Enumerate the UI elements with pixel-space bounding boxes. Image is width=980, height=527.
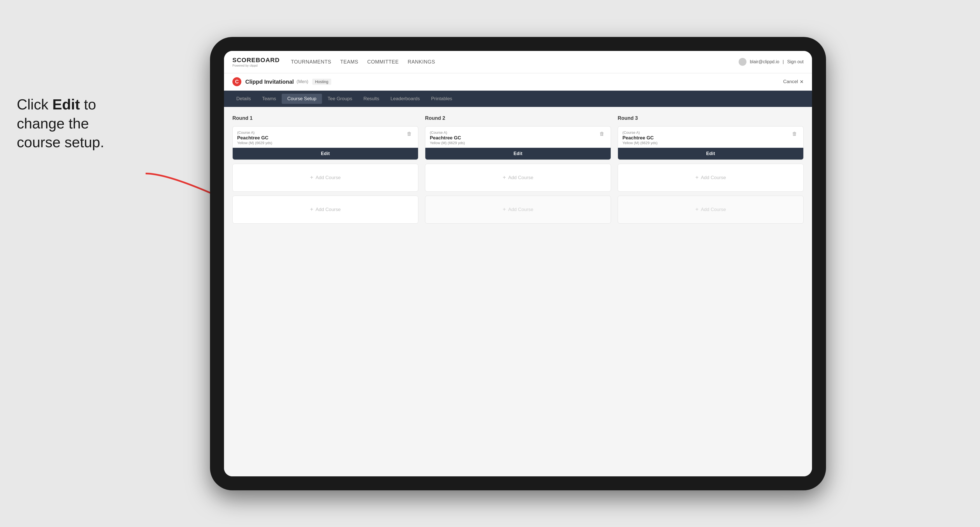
round-3-course-card: (Course A) Peachtree GC Yellow (M) (6629…	[618, 126, 803, 160]
tournament-name: Clippd Invitational	[245, 79, 294, 85]
separator: |	[783, 59, 784, 64]
tournament-logo: C	[232, 77, 241, 86]
nav-right: blair@clippd.io | Sign out	[739, 58, 803, 66]
course-label: (Course A)	[622, 130, 791, 135]
instruction-bold: Edit	[52, 96, 80, 113]
add-course-card-r2-2: + Add Course	[425, 196, 611, 224]
course-detail: Yellow (M) (6629 yds)	[622, 141, 791, 145]
logo-sub: Powered by clippd	[232, 64, 280, 67]
add-course-card-r3-1[interactable]: + Add Course	[618, 164, 803, 192]
logo-text: SCOREBOARD	[232, 57, 280, 64]
tablet-screen: SCOREBOARD Powered by clippd TOURNAMENTS…	[224, 51, 812, 476]
delete-course-icon[interactable]: 🗑	[791, 130, 799, 137]
delete-course-icon[interactable]: 🗑	[405, 130, 414, 137]
tab-course-setup[interactable]: Course Setup	[282, 94, 322, 104]
user-avatar	[739, 58, 746, 66]
add-course-label: Add Course	[701, 207, 726, 213]
tab-details[interactable]: Details	[231, 94, 256, 104]
tab-printables[interactable]: Printables	[426, 94, 458, 104]
course-info: (Course A) Peachtree GC Yellow (M) (6629…	[430, 130, 598, 145]
delete-course-icon[interactable]: 🗑	[598, 130, 606, 137]
round-2-column: Round 2 (Course A) Peachtree GC Yellow (…	[425, 115, 611, 224]
edit-course-button-r1[interactable]: Edit	[233, 148, 418, 160]
top-navigation: SCOREBOARD Powered by clippd TOURNAMENTS…	[224, 51, 812, 73]
add-course-label: Add Course	[315, 207, 341, 213]
course-name: Peachtree GC	[430, 135, 598, 141]
course-detail: Yellow (M) (6629 yds)	[237, 141, 405, 145]
main-content: Round 1 (Course A) Peachtree GC Yellow (…	[224, 107, 812, 476]
round-1-course-card: (Course A) Peachtree GC Yellow (M) (6629…	[232, 126, 418, 160]
course-info: (Course A) Peachtree GC Yellow (M) (6629…	[237, 130, 405, 145]
add-course-card-r2-1[interactable]: + Add Course	[425, 164, 611, 192]
edit-course-button-r3[interactable]: Edit	[618, 148, 803, 160]
plus-icon: +	[310, 175, 313, 181]
tournament-gender: (Men)	[296, 79, 308, 84]
course-card-header: (Course A) Peachtree GC Yellow (M) (6629…	[425, 127, 611, 148]
nav-tournaments[interactable]: TOURNAMENTS	[291, 58, 331, 66]
add-course-label: Add Course	[315, 175, 341, 181]
nav-committee[interactable]: COMMITTEE	[368, 58, 399, 66]
hosting-badge: Hosting	[312, 79, 331, 85]
cancel-icon: ✕	[800, 79, 803, 85]
add-course-card-r3-2: + Add Course	[618, 196, 803, 224]
course-card-header: (Course A) Peachtree GC Yellow (M) (6629…	[233, 127, 418, 148]
plus-icon: +	[310, 206, 313, 213]
course-info: (Course A) Peachtree GC Yellow (M) (6629…	[622, 130, 791, 145]
add-course-label: Add Course	[508, 207, 533, 213]
add-course-label: Add Course	[508, 175, 533, 181]
plus-icon: +	[695, 175, 698, 181]
tab-teams[interactable]: Teams	[256, 94, 282, 104]
plus-icon: +	[695, 206, 698, 213]
logo: SCOREBOARD Powered by clippd	[232, 57, 280, 67]
plus-icon: +	[503, 175, 506, 181]
nav-rankings[interactable]: RANKINGS	[408, 58, 435, 66]
round-2-course-card: (Course A) Peachtree GC Yellow (M) (6629…	[425, 126, 611, 160]
course-detail: Yellow (M) (6629 yds)	[430, 141, 598, 145]
course-name: Peachtree GC	[237, 135, 405, 141]
course-card-header: (Course A) Peachtree GC Yellow (M) (6629…	[618, 127, 803, 148]
add-course-card-r1-2[interactable]: + Add Course	[232, 196, 418, 224]
tournament-bar: C Clippd Invitational (Men) Hosting Canc…	[224, 73, 812, 90]
rounds-grid: Round 1 (Course A) Peachtree GC Yellow (…	[232, 115, 803, 224]
round-1-label: Round 1	[232, 115, 418, 121]
edit-course-button-r2[interactable]: Edit	[425, 148, 611, 160]
user-email: blair@clippd.io	[750, 59, 779, 64]
cancel-button[interactable]: Cancel ✕	[783, 79, 803, 85]
round-3-column: Round 3 (Course A) Peachtree GC Yellow (…	[618, 115, 803, 224]
sign-out-link[interactable]: Sign out	[787, 59, 803, 64]
round-3-label: Round 3	[618, 115, 803, 121]
tablet-device: SCOREBOARD Powered by clippd TOURNAMENTS…	[210, 37, 826, 490]
tab-leaderboards[interactable]: Leaderboards	[385, 94, 426, 104]
add-course-card-r1-1[interactable]: + Add Course	[232, 164, 418, 192]
course-label: (Course A)	[237, 130, 405, 135]
course-name: Peachtree GC	[622, 135, 791, 141]
nav-teams[interactable]: TEAMS	[340, 58, 358, 66]
round-2-label: Round 2	[425, 115, 611, 121]
instruction-text: Click Edit tochange thecourse setup.	[17, 95, 173, 152]
plus-icon: +	[503, 206, 506, 213]
tab-results[interactable]: Results	[358, 94, 385, 104]
add-course-label: Add Course	[701, 175, 726, 181]
round-1-column: Round 1 (Course A) Peachtree GC Yellow (…	[232, 115, 418, 224]
nav-links: TOURNAMENTS TEAMS COMMITTEE RANKINGS	[291, 58, 739, 66]
course-label: (Course A)	[430, 130, 598, 135]
tab-tee-groups[interactable]: Tee Groups	[322, 94, 358, 104]
sub-tabs: Details Teams Course Setup Tee Groups Re…	[224, 90, 812, 107]
